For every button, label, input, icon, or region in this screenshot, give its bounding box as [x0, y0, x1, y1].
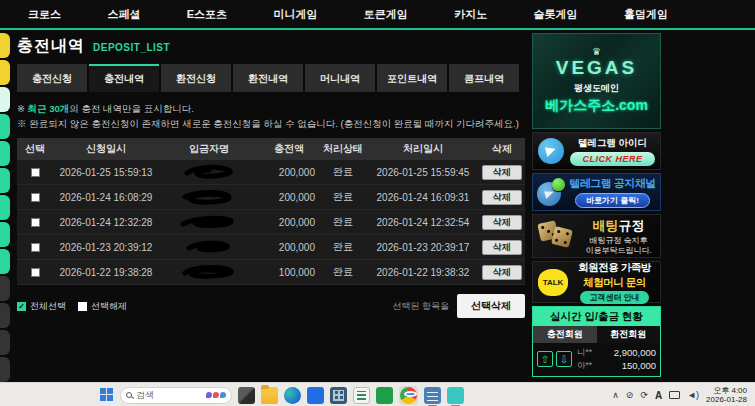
table-row: 2026-01-22 19:38:28 100,000 완료 2026-01-2… [17, 260, 525, 285]
side-quick-tabs [0, 33, 10, 382]
side-quick-tab[interactable] [0, 249, 10, 274]
row-checkbox[interactable] [31, 193, 40, 202]
up-arrow-icon[interactable]: ⇧ [537, 351, 553, 367]
nav-item-cross[interactable]: 크로스 [28, 7, 61, 22]
delete-row-button[interactable]: 삭제 [482, 190, 522, 205]
tab-comp-history[interactable]: 콤프내역 [449, 64, 519, 92]
status-badge: 완료 [319, 215, 367, 229]
volume-icon[interactable]: ◄) [687, 390, 699, 400]
redacted-depositor-name [159, 239, 259, 255]
row-checkbox[interactable] [31, 268, 40, 277]
deselect-control[interactable]: 선택해제 [78, 300, 127, 313]
row-checkbox[interactable] [31, 218, 40, 227]
dice-icon [539, 220, 575, 252]
delete-selected-button[interactable]: 선택삭제 [457, 294, 525, 318]
tray-sync-icon[interactable]: ⟳ [640, 390, 648, 400]
selected-items-note: 선택된 항목을 [392, 300, 449, 313]
tray-hidden-icon[interactable]: ⊘ [626, 390, 634, 400]
tab-deposit-history[interactable]: 충전내역 [89, 64, 159, 92]
row-checkbox[interactable] [31, 243, 40, 252]
kakao-contact-banner[interactable]: TALK 회원전용 가족방 체험머니 문의 고객센터 안내 [532, 261, 661, 303]
vegas-subtitle: 평생도메인 [574, 82, 619, 95]
customer-center-button[interactable]: 고객센터 안내 [580, 291, 648, 304]
row-checkbox[interactable] [31, 168, 40, 177]
kakao-line1: 회원전용 가족방 [578, 261, 650, 275]
clock[interactable]: 오후 4:00 2026-01-28 [706, 386, 747, 404]
ime-indicator[interactable]: A [655, 390, 662, 401]
page-title: 충전내역 [17, 36, 85, 57]
delete-row-button[interactable]: 삭제 [482, 265, 522, 280]
side-quick-tab[interactable] [0, 357, 10, 382]
betting-rules-title: 배팅규정 [593, 217, 645, 235]
file-explorer-icon[interactable] [261, 387, 278, 404]
down-arrow-icon[interactable]: ⇩ [556, 351, 572, 367]
section-tabs: 충전신청 충전내역 환전신청 환전내역 머니내역 포인트내역 콤프내역 [17, 64, 525, 92]
realtime-tab-deposit[interactable]: 충전회원 [533, 326, 597, 343]
side-quick-tab[interactable] [0, 330, 10, 355]
display-tray-icon[interactable] [669, 391, 680, 399]
delete-row-button[interactable]: 삭제 [482, 215, 522, 230]
tab-money-history[interactable]: 머니내역 [305, 64, 375, 92]
game-app-icon[interactable] [447, 387, 464, 404]
realtime-tab-withdraw[interactable]: 환전회원 [597, 326, 661, 343]
crown-icon: ♛ [592, 47, 601, 57]
side-quick-tab[interactable] [0, 222, 10, 247]
top-navigation: 크로스 스페셜 E스포츠 미니게임 토큰게임 카지노 슬롯게임 홀덤게임 [0, 0, 755, 30]
status-badge: 완료 [319, 265, 367, 279]
select-all-checkbox[interactable]: ✓ [17, 302, 26, 311]
status-badge: 완료 [319, 165, 367, 179]
side-quick-tab[interactable] [0, 33, 10, 58]
nav-item-special[interactable]: 스페셜 [107, 7, 140, 22]
side-quick-tab[interactable] [0, 60, 10, 85]
nav-item-casino[interactable]: 카지노 [454, 7, 487, 22]
table-row: 2026-01-25 15:59:13 200,000 완료 2026-01-2… [17, 160, 525, 185]
calculator-icon[interactable] [330, 387, 347, 404]
side-quick-tab[interactable] [0, 276, 10, 301]
kakao-line2: 체험머니 문의 [583, 276, 645, 290]
side-quick-tab[interactable] [0, 141, 10, 166]
chrome-browser-icon[interactable] [400, 387, 417, 404]
side-quick-tab[interactable] [0, 195, 10, 220]
nav-item-slotgame[interactable]: 슬롯게임 [534, 7, 578, 22]
deselect-checkbox[interactable] [78, 302, 87, 311]
delete-row-button[interactable]: 삭제 [482, 240, 522, 255]
telegram-notice-banner[interactable]: 텔레그램 공지채널 바로가기 클릭! [532, 173, 661, 211]
nav-item-esports[interactable]: E스포츠 [187, 7, 227, 22]
microsoft-store-icon[interactable] [307, 387, 324, 404]
tray-chevron-icon[interactable]: ∧ [612, 390, 619, 400]
redacted-depositor-name [159, 264, 259, 280]
excel-app-icon[interactable] [376, 387, 393, 404]
edge-browser-icon[interactable] [284, 387, 301, 404]
taskbar-search-input[interactable]: 검색 [120, 387, 232, 404]
status-badge: 완료 [319, 190, 367, 204]
notice-text: ※ 최근 30개의 충전 내역만을 표시합니다. ※ 완료되지 않은 충전신청이… [17, 101, 525, 131]
tab-withdraw-request[interactable]: 환전신청 [161, 64, 231, 92]
table-header-row: 선택 신청일시 입금자명 충전액 처리상태 처리일시 삭제 [17, 138, 525, 160]
tab-deposit-request[interactable]: 충전신청 [17, 64, 87, 92]
tab-point-history[interactable]: 포인트내역 [377, 64, 447, 92]
nav-item-tokengame[interactable]: 토큰게임 [364, 7, 408, 22]
start-button[interactable] [100, 388, 114, 402]
side-quick-tab[interactable] [0, 168, 10, 193]
deposit-table: 선택 신청일시 입금자명 충전액 처리상태 처리일시 삭제 2026-01-25… [17, 138, 525, 285]
delete-row-button[interactable]: 삭제 [482, 165, 522, 180]
select-all-control[interactable]: ✓ 전체선택 [17, 300, 66, 313]
nav-item-minigame[interactable]: 미니게임 [273, 7, 317, 22]
task-view-icon[interactable] [238, 387, 255, 404]
nav-item-holdemgame[interactable]: 홀덤게임 [624, 7, 668, 22]
side-quick-tab[interactable] [0, 87, 10, 112]
telegram-notice-go-button[interactable]: 바로가기 클릭! [575, 193, 650, 208]
search-icon [126, 392, 132, 398]
notepad-app-icon[interactable] [424, 387, 441, 404]
spreadsheet-app-icon[interactable] [353, 387, 370, 404]
realtime-entry: 아** 150,000 [577, 359, 656, 372]
tab-withdraw-history[interactable]: 환전내역 [233, 64, 303, 92]
side-quick-tab[interactable] [0, 114, 10, 139]
realtime-header: 실시간 입/출금 현황 [533, 307, 660, 326]
betting-rules-banner[interactable]: 배팅규정 배팅규정 숙지후 이용부탁드립니다. [532, 214, 661, 258]
telegram-click-here-button[interactable]: CLICK HERE [570, 152, 654, 166]
side-quick-tab[interactable] [0, 303, 10, 328]
vegas-banner[interactable]: ♛ VEGAS 평생도메인 베가스주소.com [532, 33, 661, 129]
vegas-domain: 베가스주소.com [545, 97, 648, 115]
telegram-id-banner[interactable]: 텔레그램 아이디 CLICK HERE [532, 132, 661, 170]
